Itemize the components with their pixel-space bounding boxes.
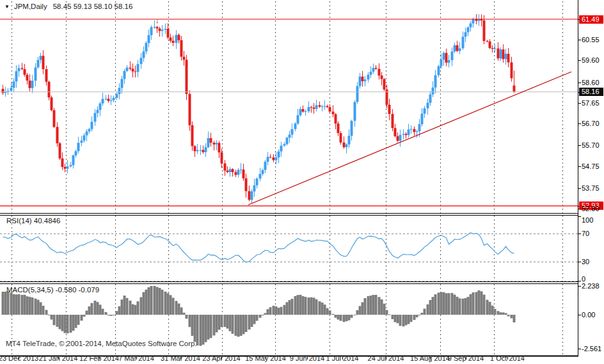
candlestick-body [256, 178, 258, 185]
macd-histogram-bar [505, 313, 507, 315]
macd-histogram-bar [397, 315, 399, 323]
macd-histogram-bar [362, 303, 364, 315]
macd-histogram-bar [381, 299, 383, 315]
macd-histogram-bar [134, 305, 137, 315]
macd-histogram-bar [18, 294, 20, 315]
candlestick-body [321, 107, 324, 107]
candlestick-body [56, 127, 59, 143]
date-axis-label: 1 Jul 2014 [326, 354, 359, 362]
macd-histogram-bar [467, 297, 470, 315]
candlestick-body [394, 128, 397, 136]
macd-histogram-bar [367, 296, 370, 315]
macd-histogram-bar [248, 315, 251, 329]
macd-histogram-bar [448, 293, 450, 315]
candlestick-body [500, 49, 502, 58]
macd-histogram-bar [424, 309, 426, 315]
candlestick-body [329, 107, 331, 111]
price-axis-label: 59.60 [582, 56, 600, 64]
macd-histogram-bar [116, 311, 118, 315]
date-axis-label: 15 May 2014 [245, 354, 286, 362]
macd-histogram-bar [67, 315, 69, 333]
rsi-axis-label: 70 [582, 230, 589, 237]
candlestick-body [18, 68, 20, 72]
symbol-dropdown-icon[interactable]: ▼ [4, 4, 10, 10]
candlestick-body [388, 105, 391, 115]
candlestick-body [370, 72, 372, 75]
candlestick-body [210, 138, 212, 143]
macd-histogram-bar [454, 295, 456, 315]
macd-histogram-bar [394, 315, 397, 322]
candlestick-body [364, 79, 367, 81]
macd-histogram-bar [145, 290, 148, 315]
candlestick-body [175, 35, 178, 43]
candlestick-body [273, 157, 275, 160]
candlestick-body [408, 129, 410, 135]
candlestick-body [383, 79, 386, 90]
macd-histogram-bar [456, 297, 459, 315]
rsi-line [3, 233, 514, 262]
macd-histogram-bar [189, 315, 191, 327]
macd-histogram-bar [267, 309, 269, 315]
candlestick-body [102, 99, 104, 104]
macd-histogram-bar [2, 292, 4, 315]
candlestick-body [15, 71, 18, 81]
macd-histogram-bar [75, 315, 77, 328]
macd-histogram-bar [497, 311, 500, 315]
macd-histogram-bar [443, 292, 445, 315]
macd-histogram-bar [216, 315, 218, 333]
macd-histogram-bar [81, 315, 83, 320]
candlestick-body [40, 56, 42, 59]
candlestick-body [186, 59, 188, 93]
macd-histogram-bar [242, 315, 245, 334]
candlestick-body [264, 162, 267, 170]
macd-histogram-bar [275, 306, 278, 315]
macd-histogram-bar [178, 303, 180, 315]
overlays [0, 19, 578, 210]
candlestick-body [280, 146, 283, 152]
macd-histogram-bar [64, 315, 67, 333]
macd-histogram-bar [159, 288, 161, 315]
macd-histogram-bar [237, 315, 240, 336]
candlestick-body [226, 171, 229, 172]
macd-histogram-bar [70, 315, 72, 333]
date-axis-label: 9 Sep 2014 [448, 354, 484, 362]
candlestick-body [470, 24, 472, 28]
candlestick-body [413, 129, 416, 132]
macd-histogram-bar [283, 305, 286, 315]
sell-arrow-marker[interactable]: ↓ [155, 17, 159, 24]
macd-histogram-bar [451, 293, 454, 315]
macd-histogram-bar [462, 299, 465, 315]
macd-histogram-bar [253, 315, 256, 324]
candlestick-body [511, 63, 513, 79]
candlestick-body [59, 143, 61, 159]
macd-histogram-bar [91, 303, 93, 315]
macd-histogram-bar [321, 303, 324, 315]
candlestick-body [467, 28, 470, 33]
macd-histogram-bar [297, 295, 299, 315]
candlestick-body [399, 135, 402, 141]
candlestick-body [110, 100, 113, 101]
candlestick-body [37, 60, 40, 68]
candlestick-body [418, 124, 421, 131]
candlestick-body [99, 104, 102, 110]
candlestick-body [278, 152, 280, 157]
macd-histogram-bar [262, 315, 264, 315]
candlestick-body [132, 69, 134, 72]
candlestick-body [486, 41, 489, 42]
macd-histogram-bar [432, 297, 434, 315]
date-axis-label: 23 Apr 2014 [202, 354, 240, 362]
chart-canvas[interactable] [0, 0, 604, 364]
macd-histogram-bar [273, 306, 275, 315]
macd-histogram-bar [337, 315, 340, 320]
candlestick-body [237, 170, 240, 175]
candlestick-body [213, 143, 216, 145]
macd-histogram-bar [164, 292, 167, 315]
price-axis-label: 54.75 [582, 162, 600, 170]
candlestick-body [381, 75, 383, 79]
candlestick-body [140, 58, 143, 65]
candlestick-body [472, 19, 475, 24]
candlestick-body [283, 144, 286, 145]
mt4-chart-window: ▼ JPM,Daily 58.45 59.13 58.10 58.16 RSI(… [0, 0, 604, 364]
macd-histogram-bar [205, 315, 207, 342]
macd-label: MACD(5,34,5) -0.580 -0.079 [6, 286, 99, 294]
